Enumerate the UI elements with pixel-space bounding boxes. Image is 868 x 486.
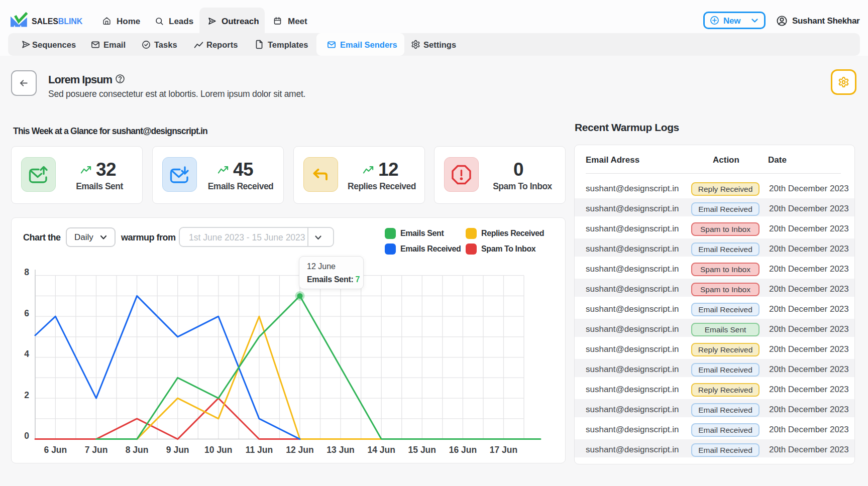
svg-text:9 Jun: 9 Jun [166, 445, 189, 455]
svg-text:17 Jun: 17 Jun [490, 445, 517, 455]
svg-text:6: 6 [24, 308, 29, 318]
svg-text:0: 0 [24, 431, 29, 441]
svg-text:2: 2 [24, 390, 29, 400]
svg-text:12 Jun: 12 Jun [286, 445, 313, 455]
svg-text:13 Jun: 13 Jun [327, 445, 354, 455]
svg-text:15 Jun: 15 Jun [408, 445, 436, 455]
svg-text:8: 8 [24, 267, 29, 277]
svg-text:16 Jun: 16 Jun [449, 445, 477, 455]
svg-text:11 Jun: 11 Jun [246, 445, 273, 455]
svg-text:8 Jun: 8 Jun [126, 445, 149, 455]
svg-text:10 Jun: 10 Jun [204, 445, 232, 455]
svg-text:4: 4 [24, 349, 29, 359]
svg-text:7 Jun: 7 Jun [85, 445, 108, 455]
svg-text:6 Jun: 6 Jun [44, 445, 67, 455]
svg-text:14 Jun: 14 Jun [367, 445, 395, 455]
